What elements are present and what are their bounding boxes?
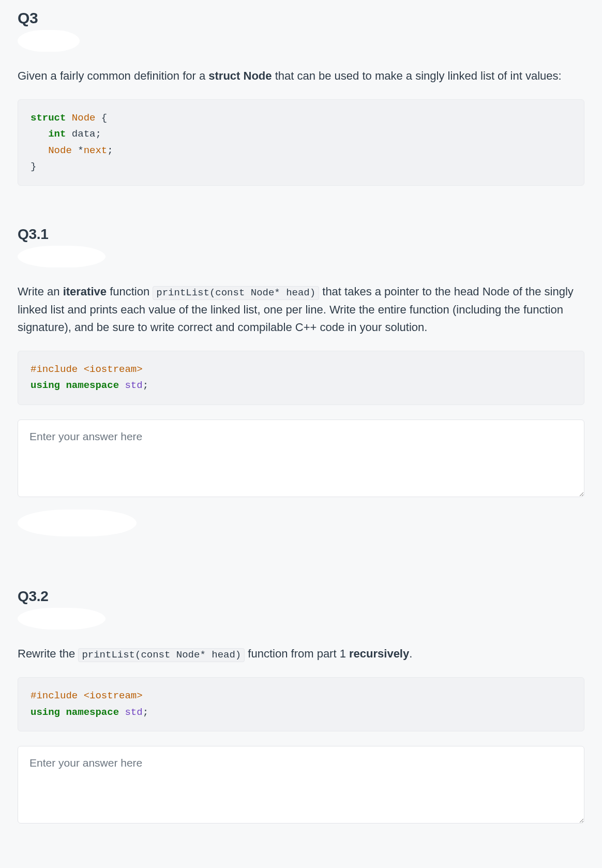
q31-mid1: function — [107, 285, 153, 298]
tok-data: data — [66, 128, 95, 140]
tok-semi: ; — [107, 145, 113, 156]
tok-include: #include — [31, 364, 84, 375]
tok-using: using — [31, 380, 60, 391]
q31-answer-input[interactable] — [18, 420, 584, 497]
spacer — [18, 552, 584, 588]
q32-pre: Rewrite the — [18, 647, 78, 660]
spacer — [18, 200, 584, 226]
sp — [119, 707, 125, 718]
tok-using: using — [31, 707, 60, 718]
tok-brace-open: { — [95, 112, 107, 124]
tok-next: next — [84, 145, 108, 156]
indent — [31, 128, 48, 140]
tok-std: std — [125, 380, 142, 391]
q31-pre: Write an — [18, 285, 63, 298]
sp — [60, 380, 66, 391]
q3-intro-pre: Given a fairly common definition for a — [18, 69, 208, 82]
tok-node: Node — [48, 145, 72, 156]
redaction-blob — [18, 510, 137, 536]
q32-prompt: Rewrite the printList(const Node* head) … — [18, 645, 584, 663]
tok-semi: ; — [143, 380, 148, 391]
q3-intro: Given a fairly common definition for a s… — [18, 67, 584, 85]
tok-brace-close: } — [31, 161, 36, 172]
q31-code-block: #include <iostream> using namespace std; — [18, 351, 584, 405]
q32-code-block: #include <iostream> using namespace std; — [18, 677, 584, 731]
tok-int: int — [48, 128, 66, 140]
q32-heading: Q3.2 — [18, 588, 584, 605]
tok-namespace: namespace — [66, 380, 119, 391]
q32-answer-input[interactable] — [18, 746, 584, 824]
q3-intro-bold: struct Node — [208, 69, 272, 82]
q32-bold: recursively — [349, 647, 409, 660]
tok-semi: ; — [143, 707, 148, 718]
sp — [119, 380, 125, 391]
q3-code-block: struct Node { int data; Node *next; } — [18, 99, 584, 186]
tok-std: std — [125, 707, 142, 718]
inline-code: printList(const Node* head) — [153, 286, 319, 300]
redaction-blob — [18, 608, 106, 630]
tok-struct: struct — [31, 112, 66, 124]
inline-code: printList(const Node* head) — [78, 648, 245, 662]
tok-node: Node — [72, 112, 96, 124]
q3-heading: Q3 — [18, 9, 584, 27]
redaction-blob — [18, 30, 80, 52]
tok-ptr: * — [72, 145, 84, 156]
q32-mid: function from part 1 — [245, 647, 349, 660]
q31-prompt: Write an iterative function printList(co… — [18, 283, 584, 336]
tok-iostream: <iostream> — [84, 364, 143, 375]
q32-end: . — [409, 647, 412, 660]
q31-bold: iterative — [63, 285, 107, 298]
question-page: Q3 Given a fairly common definition for … — [0, 0, 602, 857]
tok-namespace: namespace — [66, 707, 119, 718]
indent — [31, 145, 48, 156]
q3-intro-post: that can be used to make a singly linked… — [272, 69, 562, 82]
redaction-blob — [18, 246, 106, 267]
q31-heading: Q3.1 — [18, 226, 584, 243]
tok-include: #include — [31, 690, 84, 701]
tok-semi: ; — [95, 128, 101, 140]
sp — [60, 707, 66, 718]
tok-iostream: <iostream> — [84, 690, 143, 701]
